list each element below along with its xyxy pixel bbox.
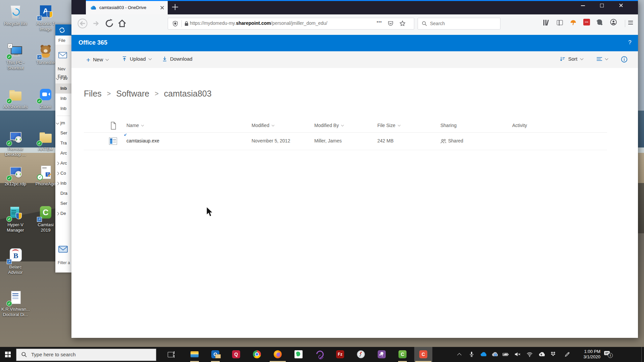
taskbar-app-camtasia-2019[interactable]: C — [393, 347, 412, 362]
mail-nav-icon[interactable] — [58, 246, 68, 253]
window-minimize-button[interactable] — [575, 0, 591, 11]
window-maximize-button[interactable] — [594, 0, 609, 11]
help-button[interactable]: ? — [628, 39, 631, 46]
info-button[interactable] — [621, 56, 628, 63]
outlook-folder-sent-2[interactable]: Ser — [55, 198, 71, 208]
sort-button[interactable]: Sort — [559, 56, 583, 62]
taskbar-app-pulse-secure[interactable] — [310, 347, 328, 362]
tray-dropbox-icon[interactable] — [550, 351, 557, 358]
outlook-folder-archive[interactable]: Arc — [55, 148, 71, 158]
tracking-shield-icon[interactable] — [172, 21, 178, 26]
browser-search-bar[interactable]: Search — [418, 18, 500, 29]
column-header-sharing[interactable]: Sharing — [440, 123, 457, 128]
outlook-filter-label[interactable]: Filter a — [58, 260, 70, 265]
bookmark-star-icon[interactable] — [399, 20, 406, 26]
desktop-icon-label: AAShortcuts — [1, 104, 30, 110]
taskbar-app-file-explorer[interactable] — [185, 347, 204, 362]
sidebar-toggle-icon[interactable] — [557, 20, 567, 30]
breadcrumb-software[interactable]: Software — [116, 89, 149, 98]
column-header-modified[interactable]: Modified — [252, 123, 274, 128]
start-button[interactable] — [0, 347, 16, 362]
taskbar-app-filezilla[interactable]: Fz — [331, 347, 349, 362]
outlook-account-root[interactable]: jm — [55, 118, 71, 128]
outlook-folder-inbox[interactable]: Inb — [55, 104, 71, 114]
reload-icon[interactable] — [104, 18, 114, 28]
tray-volume-muted-icon[interactable] — [514, 351, 521, 358]
file-type-column-icon[interactable] — [110, 122, 116, 130]
desktop-icon-belarc[interactable]: B ↗ Belarc Advisor — [1, 248, 30, 275]
tray-battery-icon[interactable] — [502, 351, 509, 358]
office365-title[interactable]: Office 365 — [78, 39, 107, 46]
tray-chevron-up-icon[interactable] — [457, 353, 464, 359]
chevron-down-icon — [341, 124, 344, 126]
pocket-icon[interactable] — [388, 21, 393, 26]
evernote-extension-icon[interactable] — [597, 19, 607, 29]
desktop-icon-recycle-bin[interactable]: Recycle Bin — [1, 5, 30, 26]
taskbar-app-camtasia-recorder[interactable]: C — [414, 347, 432, 362]
browser-window: camtasia803 - OneDrive — [71, 0, 638, 338]
column-header-file-size[interactable]: File Size — [377, 123, 400, 128]
file-row[interactable]: ↙ camtasiaup.exe November 5, 2012 Miller… — [84, 132, 607, 150]
tab-close-icon[interactable] — [160, 6, 164, 10]
outlook-folder-inbox[interactable]: Inb — [55, 94, 71, 104]
home-icon[interactable] — [117, 18, 127, 28]
outlook-folder-archive-2[interactable]: Arc — [55, 158, 71, 168]
taskbar-app-compass[interactable] — [352, 347, 370, 362]
download-button[interactable]: Download — [162, 56, 193, 62]
outlook-folder-trash[interactable]: Tra — [55, 138, 71, 148]
taskbar-app-quicken[interactable]: Q — [227, 347, 245, 362]
taskbar-app-evernote[interactable] — [289, 347, 308, 362]
taskbar-app-chrome[interactable] — [248, 347, 266, 362]
tray-onedrive-icon[interactable] — [480, 351, 486, 358]
account-icon[interactable] — [610, 19, 620, 29]
breadcrumb-files[interactable]: Files — [84, 89, 102, 98]
outlook-folder-inbox-sub[interactable]: Inb — [55, 178, 71, 188]
upload-button[interactable]: Upload — [122, 56, 151, 62]
tray-acronis-sync-icon[interactable] — [491, 351, 498, 358]
outlook-folder-drafts[interactable]: Dra — [55, 188, 71, 198]
new-button[interactable]: +New — [86, 56, 108, 64]
column-header-activity[interactable]: Activity — [512, 123, 527, 128]
outlook-folder-favorites[interactable]: Fav — [55, 73, 71, 83]
task-view-button[interactable] — [163, 351, 178, 359]
notification-center-button[interactable]: 1 — [604, 350, 614, 359]
lastpass-extension-icon[interactable]: ••• — [583, 19, 593, 29]
column-header-modified-by[interactable]: Modified By — [314, 123, 343, 128]
column-header-name[interactable]: Name — [126, 123, 144, 128]
back-button[interactable] — [77, 18, 88, 28]
tray-cloud-backup-icon[interactable] — [538, 351, 545, 358]
forward-button[interactable] — [91, 18, 101, 28]
library-icon[interactable] — [543, 20, 553, 30]
outlook-folder-contacts[interactable]: Co — [55, 168, 71, 178]
browser-tab[interactable]: camtasia803 - OneDrive — [86, 1, 168, 14]
outlook-file-menu[interactable]: File — [58, 38, 65, 43]
taskbar-app-firefox[interactable] — [269, 347, 287, 362]
outlook-folder-deleted[interactable]: De — [55, 208, 71, 219]
taskbar-app-outlook[interactable]: O — [206, 347, 224, 362]
breadcrumb-current[interactable]: camtasia803 — [164, 89, 212, 98]
outlook-folder-inbox-selected[interactable]: Inb — [55, 83, 71, 94]
show-desktop-button[interactable] — [641, 347, 644, 362]
desktop-icon-hyperv[interactable]: ✓ Hyper-V Manager — [1, 206, 30, 233]
foxyproxy-extension-icon[interactable] — [570, 19, 580, 29]
tray-wifi-icon[interactable] — [526, 351, 533, 358]
desktop-icon-doctoral-doc[interactable]: ✓ K.R.Vishwan... Doctoral Di... — [1, 290, 30, 317]
taskbar-app-splashtop[interactable] — [373, 347, 391, 362]
menu-hamburger-icon[interactable] — [628, 21, 638, 31]
outlook-folder-sent[interactable]: Ser — [55, 128, 71, 138]
desktop-icon-2k12pc-rdp[interactable]: ✓ 2k12pc.rdp — [1, 165, 30, 187]
file-name[interactable]: camtasiaup.exe — [126, 138, 159, 143]
taskbar-clock[interactable]: 1:00 PM 3/1/2020 — [572, 349, 600, 360]
desktop-icon-aashortcuts[interactable]: ✓ AAShortcuts — [1, 88, 30, 110]
address-bar[interactable]: https://mydomedu-my.sharepoint.com/perso… — [168, 18, 414, 29]
desktop-icon-remote-desktop[interactable]: ✓ Remote Desktop ... — [1, 130, 30, 157]
view-options-button[interactable] — [596, 56, 608, 62]
tray-microphone-icon[interactable] — [469, 351, 475, 358]
window-close-button[interactable] — [613, 0, 629, 11]
page-actions-icon[interactable]: ••• — [377, 20, 382, 24]
new-tab-icon[interactable] — [172, 4, 178, 10]
tray-pen-icon[interactable] — [564, 351, 571, 358]
notification-badge: 1 — [608, 353, 613, 358]
desktop-icon-this-pc[interactable]: ✓ ✓ This PC - Shortcut — [1, 44, 30, 71]
taskbar-search-box[interactable]: Type here to search — [16, 349, 156, 361]
